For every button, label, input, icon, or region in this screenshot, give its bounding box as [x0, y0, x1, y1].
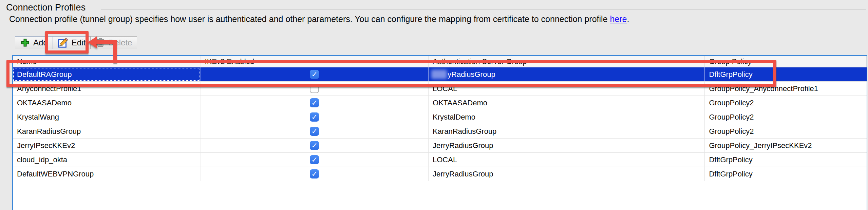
table-row-KrystalWang[interactable]: KrystalWangKrystalDemoGroupPolicy2	[13, 110, 867, 124]
connection-profiles-panel: Connection Profiles Connection profile (…	[0, 0, 868, 210]
checkbox-checked-icon[interactable]	[310, 141, 319, 150]
checkbox-checked-icon[interactable]	[310, 112, 319, 122]
cell-auth-server-group: LOCAL	[429, 153, 705, 167]
cell-name: JerryIPsecKKEv2	[13, 139, 201, 152]
panel-description: Connection profile (tunnel group) specif…	[9, 14, 629, 24]
add-button[interactable]: Add	[15, 36, 53, 49]
cell-name: DefaultWEBVPNGroup	[13, 167, 201, 181]
cell-auth-server-group: OKTAASADemo	[429, 96, 705, 110]
pencil-edit-icon	[58, 37, 69, 48]
auth-server-group-text: KaranRadiusGroup	[433, 127, 496, 136]
cell-auth-server-group: KrystalDemo	[429, 110, 705, 124]
cell-ikev2-enabled	[201, 110, 429, 124]
cell-ikev2-enabled	[201, 167, 429, 181]
cell-auth-server-group: KaranRadiusGroup	[429, 124, 705, 138]
trash-icon	[95, 38, 106, 48]
cell-group-policy: GroupPolicy2	[705, 110, 867, 124]
delete-button[interactable]: Delete	[90, 36, 137, 49]
profiles-toolbar: Add Edit	[15, 36, 137, 49]
checkbox-unchecked-icon[interactable]	[310, 84, 319, 93]
cell-ikev2-enabled	[201, 82, 429, 96]
column-header-auth[interactable]: Authentication Server Group	[429, 56, 705, 67]
checkbox-checked-icon[interactable]	[310, 169, 319, 178]
table-row-cloud_idp_okta[interactable]: cloud_idp_oktaLOCALDfltGrpPolicy	[13, 153, 867, 167]
table-row-AnyconnectProfile1[interactable]: AnyconnectProfile1LOCALGroupPolicy_Anyco…	[13, 82, 867, 96]
cell-group-policy: GroupPolicy_JerryIPsecKKEv2	[705, 139, 867, 152]
table-header-row: NameIKEv2 EnabledAuthentication Server G…	[13, 56, 867, 67]
table-row-DefaultRAGroup[interactable]: DefaultRAGroupyRadiusGroupDfltGrpPolicy	[13, 67, 867, 82]
auth-server-group-text: KrystalDemo	[433, 113, 475, 122]
cell-group-policy: DfltGrpPolicy	[705, 67, 867, 81]
auth-server-group-text: LOCAL	[433, 84, 457, 93]
table-row-OKTAASADemo[interactable]: OKTAASADemoOKTAASADemoGroupPolicy2	[13, 96, 867, 110]
cell-name: DefaultRAGroup	[13, 67, 201, 81]
plus-icon	[20, 38, 30, 48]
cell-name: KrystalWang	[13, 110, 201, 124]
checkbox-checked-icon[interactable]	[310, 155, 319, 164]
table-row-DefaultWEBVPNGroup[interactable]: DefaultWEBVPNGroupJerryRadiusGroupDfltGr…	[13, 167, 867, 181]
cell-auth-server-group: LOCAL	[429, 82, 705, 96]
cell-group-policy: GroupPolicy_AnyconnectProfile1	[705, 82, 867, 96]
description-text: Connection profile (tunnel group) specif…	[9, 14, 610, 24]
panel-title: Connection Profiles	[6, 2, 86, 13]
cell-group-policy: GroupPolicy2	[705, 124, 867, 138]
certificate-mapping-here-link[interactable]: here	[610, 14, 627, 24]
table-row-KaranRadiusGroup[interactable]: KaranRadiusGroupKaranRadiusGroupGroupPol…	[13, 124, 867, 139]
cell-name: OKTAASADemo	[13, 96, 201, 110]
edit-button[interactable]: Edit	[53, 36, 91, 49]
auth-server-group-text: yRadiusGroup	[448, 70, 495, 79]
column-header-name[interactable]: Name	[13, 56, 201, 67]
cell-ikev2-enabled	[201, 153, 429, 167]
auth-server-group-text: JerryRadiusGroup	[433, 170, 493, 178]
cell-name: AnyconnectProfile1	[13, 82, 201, 96]
cell-ikev2-enabled	[201, 96, 429, 110]
checkbox-checked-icon[interactable]	[310, 98, 319, 107]
checkbox-checked-icon[interactable]	[310, 127, 319, 136]
auth-server-group-text: LOCAL	[433, 155, 457, 164]
checkbox-checked-icon[interactable]	[310, 70, 319, 79]
cell-name: KaranRadiusGroup	[13, 124, 201, 138]
delete-button-label: Delete	[109, 38, 132, 47]
connection-profiles-table: NameIKEv2 EnabledAuthentication Server G…	[12, 55, 867, 210]
auth-server-group-text: OKTAASADemo	[433, 99, 487, 107]
cell-auth-server-group: yRadiusGroup	[429, 67, 705, 81]
cell-ikev2-enabled	[201, 124, 429, 138]
column-header-ikev2[interactable]: IKEv2 Enabled	[201, 56, 429, 67]
redacted-blur-patch	[431, 70, 447, 79]
table-body: DefaultRAGroupyRadiusGroupDfltGrpPolicyA…	[13, 67, 867, 181]
edit-button-label: Edit	[72, 38, 86, 47]
cell-group-policy: DfltGrpPolicy	[705, 153, 867, 167]
cell-ikev2-enabled	[201, 139, 429, 152]
cell-auth-server-group: JerryRadiusGroup	[429, 167, 705, 181]
cell-group-policy: DfltGrpPolicy	[705, 167, 867, 181]
table-row-JerryIPsecKKEv2[interactable]: JerryIPsecKKEv2JerryRadiusGroupGroupPoli…	[13, 139, 867, 153]
add-button-label: Add	[33, 38, 48, 47]
cell-name: cloud_idp_okta	[13, 153, 201, 167]
description-period: .	[627, 14, 629, 24]
cell-group-policy: GroupPolicy2	[705, 96, 867, 110]
auth-server-group-text: JerryRadiusGroup	[433, 141, 493, 150]
groupbox-separator	[101, 9, 866, 10]
cell-auth-server-group: JerryRadiusGroup	[429, 139, 705, 152]
column-header-policy[interactable]: Group Policy	[705, 56, 867, 67]
cell-ikev2-enabled	[201, 67, 429, 81]
